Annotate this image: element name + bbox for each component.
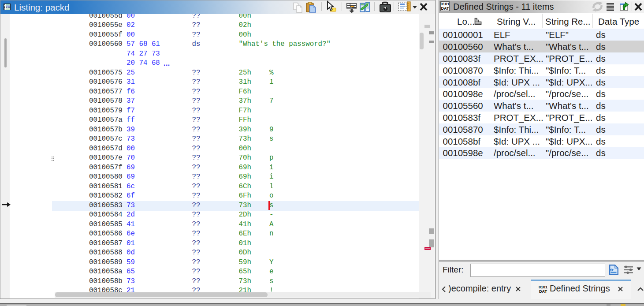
svg-text:DAT: DAT [441, 6, 449, 11]
svg-text:0101: 0101 [440, 2, 449, 6]
svg-text:DAT: DAT [539, 289, 547, 294]
svg-text:0101: 0101 [539, 285, 547, 289]
